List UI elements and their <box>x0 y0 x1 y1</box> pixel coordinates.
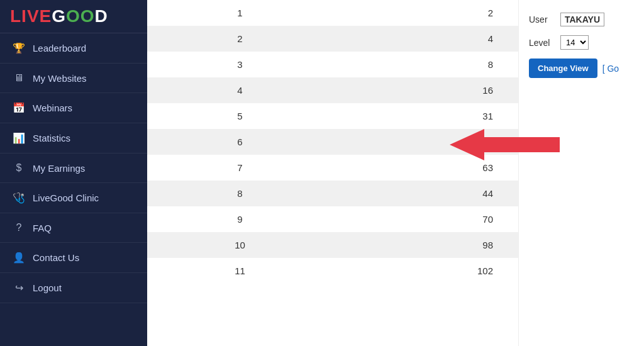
level-cell: 7 <box>147 155 333 181</box>
count-cell: 62 <box>333 129 518 155</box>
change-view-button[interactable]: Change View <box>529 59 597 78</box>
action-row: Change View [ Go <box>529 59 634 78</box>
leaderboard-icon: 🏆 <box>13 42 25 54</box>
sidebar-label-webinars: Webinars <box>33 103 72 113</box>
level-cell: 2 <box>147 26 333 52</box>
sidebar-label-faq: FAQ <box>33 223 52 233</box>
webinars-icon: 📅 <box>13 102 25 114</box>
right-panel: User TAKAYU Level 123456789101112131415 … <box>518 0 644 346</box>
sidebar-label-leaderboard: Leaderboard <box>33 43 86 53</box>
my-earnings-icon: $ <box>13 162 25 174</box>
table-row: 763 <box>147 155 518 181</box>
sidebar-label-contact-us: Contact Us <box>33 252 79 263</box>
level-select[interactable]: 123456789101112131415 <box>560 35 589 50</box>
table-row: 38 <box>147 52 518 77</box>
sidebar-label-my-websites: My Websites <box>33 73 87 84</box>
count-cell: 70 <box>333 206 518 232</box>
user-row: User TAKAYU <box>529 13 634 26</box>
count-cell: 98 <box>333 232 518 258</box>
table-row: 844 <box>147 181 518 206</box>
count-cell: 44 <box>333 181 518 206</box>
level-row: Level 123456789101112131415 <box>529 35 634 50</box>
count-cell: 63 <box>333 155 518 181</box>
sidebar-item-webinars[interactable]: 📅Webinars <box>0 93 147 123</box>
level-cell: 10 <box>147 232 333 258</box>
level-table: 122438416531662763844970109811102 <box>147 0 518 284</box>
table-row: 1098 <box>147 232 518 258</box>
sidebar-label-statistics: Statistics <box>33 133 70 143</box>
logo-good-g: G <box>52 6 66 26</box>
logo-live: LIVE <box>10 6 52 26</box>
level-cell: 9 <box>147 206 333 232</box>
table-row: 531 <box>147 103 518 129</box>
table-row: 970 <box>147 206 518 232</box>
user-label: User <box>529 14 554 25</box>
faq-icon: ? <box>13 222 25 233</box>
level-cell: 1 <box>147 0 333 26</box>
table-row: 416 <box>147 77 518 103</box>
sidebar-item-statistics[interactable]: 📊Statistics <box>0 123 147 153</box>
my-websites-icon: 🖥 <box>13 72 25 84</box>
sidebar: LIVEGOOD 🏆Leaderboard🖥My Websites📅Webina… <box>0 0 147 346</box>
level-cell: 6 <box>147 129 333 155</box>
sidebar-item-faq[interactable]: ?FAQ <box>0 213 147 243</box>
level-cell: 11 <box>147 258 333 284</box>
sidebar-label-livegood-clinic: LiveGood Clinic <box>33 193 99 203</box>
logo-good-o1: OO <box>66 6 95 26</box>
livegood-clinic-icon: 🩺 <box>13 192 25 204</box>
nav-list: 🏆Leaderboard🖥My Websites📅Webinars📊Statis… <box>0 33 147 303</box>
count-cell: 102 <box>333 258 518 284</box>
sidebar-item-contact-us[interactable]: 👤Contact Us <box>0 243 147 273</box>
go-link[interactable]: [ Go <box>602 64 619 74</box>
count-cell: 16 <box>333 77 518 103</box>
sidebar-item-leaderboard[interactable]: 🏆Leaderboard <box>0 33 147 64</box>
statistics-icon: 📊 <box>13 132 25 144</box>
level-cell: 3 <box>147 52 333 77</box>
contact-us-icon: 👤 <box>13 252 25 264</box>
count-cell: 4 <box>333 26 518 52</box>
sidebar-item-my-websites[interactable]: 🖥My Websites <box>0 64 147 93</box>
table-row: 24 <box>147 26 518 52</box>
sidebar-item-logout[interactable]: ↪Logout <box>0 273 147 303</box>
level-cell: 4 <box>147 77 333 103</box>
count-cell: 2 <box>333 0 518 26</box>
table-row: 12 <box>147 0 518 26</box>
sidebar-item-my-earnings[interactable]: $My Earnings <box>0 153 147 183</box>
logo-good-d: D <box>95 6 108 26</box>
main-content: 122438416531662763844970109811102 <box>147 0 518 346</box>
logout-icon: ↪ <box>13 282 25 294</box>
level-cell: 8 <box>147 181 333 206</box>
sidebar-label-my-earnings: My Earnings <box>33 163 85 174</box>
table-row: 662 <box>147 129 518 155</box>
table-row: 11102 <box>147 258 518 284</box>
user-value: TAKAYU <box>560 13 604 26</box>
table-area: 122438416531662763844970109811102 <box>147 0 518 346</box>
count-cell: 31 <box>333 103 518 129</box>
sidebar-label-logout: Logout <box>33 282 62 293</box>
sidebar-item-livegood-clinic[interactable]: 🩺LiveGood Clinic <box>0 183 147 213</box>
logo: LIVEGOOD <box>0 0 147 33</box>
level-label: Level <box>529 38 554 48</box>
level-cell: 5 <box>147 103 333 129</box>
count-cell: 8 <box>333 52 518 77</box>
